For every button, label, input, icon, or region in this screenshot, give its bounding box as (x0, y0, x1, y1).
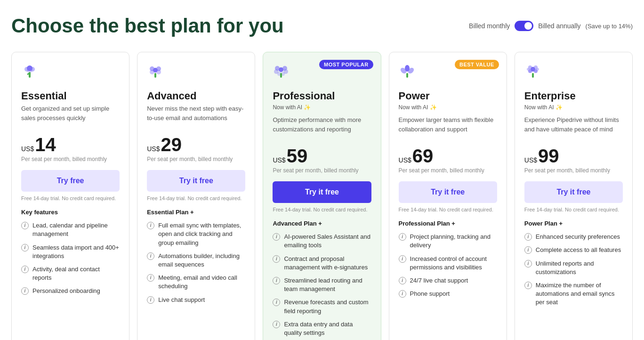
feature-text: Extra data entry and data quality settin… (284, 320, 371, 337)
feature-item: i Revenue forecasts and custom field rep… (273, 298, 371, 315)
billing-toggle[interactable]: Billed monthly Billed annually (Save up … (469, 21, 633, 31)
feature-item: i Unlimited reports and customizations (524, 259, 623, 276)
price-amount-essential: 14 (35, 135, 56, 154)
feature-item: i 24/7 live chat support (399, 276, 497, 285)
feature-item: i Activity, deal and contact reports (21, 265, 120, 282)
info-icon: i (21, 287, 29, 295)
feature-text: AI-powered Sales Assistant and emailing … (284, 233, 371, 250)
features-title-advanced: Essential Plan + (147, 209, 245, 216)
feature-text: Unlimited reports and customizations (536, 259, 623, 276)
feature-item: i Project planning, tracking and deliver… (399, 233, 497, 250)
trial-note-enterprise: Free 14-day trial. No credit card requir… (524, 207, 623, 212)
feature-item: i Enhanced security preferences (524, 233, 623, 241)
feature-item: i Personalized onboarding (21, 287, 120, 295)
svg-rect-11 (154, 73, 156, 78)
try-btn-advanced[interactable]: Try it free (147, 170, 245, 192)
info-icon: i (147, 274, 154, 282)
plan-description-advanced: Never miss the next step with easy-to-us… (147, 104, 245, 128)
plan-description-essential: Get organized and set up simple sales pr… (21, 104, 120, 128)
toggle-knob (524, 22, 532, 30)
billing-annually-label: Billed annually (538, 22, 580, 30)
info-icon: i (147, 252, 154, 260)
info-icon: i (147, 296, 154, 304)
feature-item: i Phone support (399, 290, 497, 298)
plan-icon-essential (21, 64, 120, 84)
svg-point-9 (150, 70, 154, 74)
plan-badge-professional: MOST POPULAR (319, 60, 373, 69)
svg-rect-19 (280, 73, 282, 78)
features-title-professional: Advanced Plan + (273, 220, 371, 227)
svg-point-30 (527, 68, 530, 71)
feature-item: i Complete access to all features (524, 246, 623, 254)
info-icon: i (273, 321, 280, 328)
plan-price-row-professional: US$ 59 (273, 146, 371, 165)
plan-name-advanced: Advanced (147, 90, 245, 102)
feature-text: Live chat support (158, 296, 205, 304)
billing-toggle-switch[interactable] (515, 21, 533, 31)
try-btn-professional[interactable]: Try it free (273, 181, 371, 203)
svg-rect-31 (532, 73, 534, 78)
price-currency-advanced: US$ (147, 145, 160, 153)
feature-text: Contract and proposal management with e-… (284, 255, 371, 272)
plan-name-power: Power (399, 90, 497, 102)
feature-item: i Maximize the number of automations and… (524, 281, 623, 307)
svg-point-10 (156, 70, 161, 74)
feature-item: i Extra data entry and data quality sett… (273, 320, 371, 337)
plan-card-enterprise: Enterprise Now with AI ✨ Experience Pipe… (515, 52, 633, 340)
plan-price-row-essential: US$ 14 (21, 135, 120, 154)
info-icon: i (524, 282, 532, 289)
try-btn-essential[interactable]: Try free (21, 170, 120, 192)
plan-card-power: BEST VALUE Power Now with AI ✨ Empower l… (389, 52, 507, 340)
price-amount-professional: 59 (287, 146, 308, 165)
plan-icon-enterprise (524, 64, 623, 84)
feature-item: i Meeting, email and video call scheduli… (147, 274, 245, 291)
feature-text: Complete access to all features (536, 246, 621, 254)
features-title-power: Professional Plan + (399, 220, 497, 227)
price-currency-essential: US$ (21, 145, 34, 153)
features-title-essential: Key features (21, 209, 120, 216)
feature-text: Activity, deal and contact reports (32, 265, 120, 282)
info-icon: i (273, 233, 280, 241)
billing-monthly-label: Billed monthly (469, 22, 510, 30)
plan-name-essential: Essential (21, 90, 120, 102)
feature-text: Personalized onboarding (32, 287, 100, 295)
feature-text: Increased control of account permissions… (410, 255, 497, 272)
price-period-enterprise: Per seat per month, billed monthly (524, 167, 623, 174)
feature-text: Revenue forecasts and custom field repor… (284, 298, 371, 315)
price-period-power: Per seat per month, billed monthly (399, 167, 497, 174)
plan-price-row-enterprise: US$ 99 (524, 146, 623, 165)
feature-text: Automations builder, including email seq… (158, 252, 245, 269)
feature-item: i AI-powered Sales Assistant and emailin… (273, 233, 371, 250)
trial-note-advanced: Free 14-day trial. No credit card requir… (147, 195, 245, 201)
feature-item: i Live chat support (147, 296, 245, 304)
feature-text: Meeting, email and video call scheduling (158, 274, 245, 291)
feature-text: Streamlined lead routing and team manage… (284, 276, 371, 293)
info-icon: i (524, 246, 532, 254)
info-icon: i (524, 260, 532, 267)
try-btn-power[interactable]: Try it free (399, 181, 497, 203)
info-icon: i (21, 244, 29, 251)
feature-item: i Full email sync with templates, open a… (147, 221, 245, 247)
price-period-professional: Per seat per month, billed monthly (273, 167, 371, 174)
feature-item: i Lead, calendar and pipeline management (21, 221, 120, 238)
plan-card-advanced: Advanced Never miss the next step with e… (137, 52, 255, 340)
try-btn-enterprise[interactable]: Try it free (524, 181, 623, 203)
feature-text: 24/7 live chat support (410, 276, 468, 285)
price-currency-enterprise: US$ (524, 156, 537, 164)
plan-name-enterprise: Enterprise (524, 90, 623, 102)
feature-text: Maximize the number of automations and e… (536, 281, 623, 307)
plan-description-power: Empower larger teams with flexible colla… (399, 115, 497, 139)
trial-note-essential: Free 14-day trial. No credit card requir… (21, 195, 120, 201)
price-amount-advanced: 29 (161, 135, 182, 154)
ai-tag-enterprise: Now with AI ✨ (524, 104, 623, 111)
price-period-essential: Per seat per month, billed monthly (21, 156, 120, 162)
features-title-enterprise: Power Plan + (524, 220, 623, 227)
feature-item: i Contract and proposal management with … (273, 255, 371, 272)
feature-text: Enhanced security preferences (536, 233, 620, 241)
info-icon: i (21, 222, 29, 229)
feature-text: Lead, calendar and pipeline management (32, 221, 120, 238)
info-icon: i (524, 233, 532, 241)
svg-point-29 (536, 68, 539, 71)
ai-tag-power: Now with AI ✨ (399, 104, 497, 111)
plan-icon-advanced (147, 64, 245, 84)
